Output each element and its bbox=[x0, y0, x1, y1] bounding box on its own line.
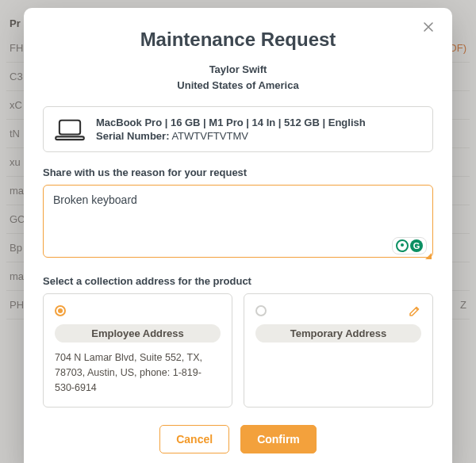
product-title: MacBook Pro | 16 GB | M1 Pro | 14 In | 5… bbox=[96, 117, 366, 128]
address-card-temporary[interactable]: Temporary Address bbox=[244, 293, 433, 407]
grammarly-logo-icon: G bbox=[410, 239, 423, 252]
address-card-employee[interactable]: Employee Address 704 N Lamar Blvd, Suite… bbox=[43, 293, 232, 407]
address-radio-temporary[interactable] bbox=[255, 305, 267, 316]
maintenance-request-modal: Maintenance Request Taylor Swift United … bbox=[24, 8, 452, 463]
cancel-button[interactable]: Cancel bbox=[159, 425, 229, 453]
close-icon bbox=[422, 21, 435, 33]
address-section-label: Select a collection address for the prod… bbox=[43, 275, 433, 287]
serial-label: Serial Number: bbox=[96, 130, 169, 142]
address-radio-employee[interactable] bbox=[55, 305, 66, 316]
resize-handle[interactable] bbox=[425, 253, 432, 259]
address-name-employee: Employee Address bbox=[55, 324, 221, 342]
user-name: Taylor Swift bbox=[43, 62, 433, 78]
close-button[interactable] bbox=[422, 21, 438, 36]
user-country: United States of America bbox=[43, 78, 433, 94]
address-text-employee: 704 N Lamar Blvd, Suite 552, TX, 78703, … bbox=[55, 350, 221, 395]
product-card: MacBook Pro | 16 GB | M1 Pro | 14 In | 5… bbox=[43, 106, 433, 152]
laptop-icon bbox=[55, 117, 85, 141]
grammarly-widget[interactable]: G bbox=[392, 237, 427, 254]
modal-title: Maintenance Request bbox=[43, 29, 433, 51]
address-name-temporary: Temporary Address bbox=[255, 324, 421, 342]
grammarly-status-icon bbox=[396, 239, 409, 252]
reason-textarea[interactable] bbox=[43, 185, 433, 258]
reason-label: Share with us the reason for your reques… bbox=[43, 166, 433, 178]
svg-rect-0 bbox=[60, 121, 80, 135]
product-lines: MacBook Pro | 16 GB | M1 Pro | 14 In | 5… bbox=[96, 117, 366, 142]
confirm-button[interactable]: Confirm bbox=[240, 425, 317, 453]
edit-icon[interactable] bbox=[409, 304, 421, 317]
serial-number: ATWTVFTVTMV bbox=[171, 130, 248, 142]
